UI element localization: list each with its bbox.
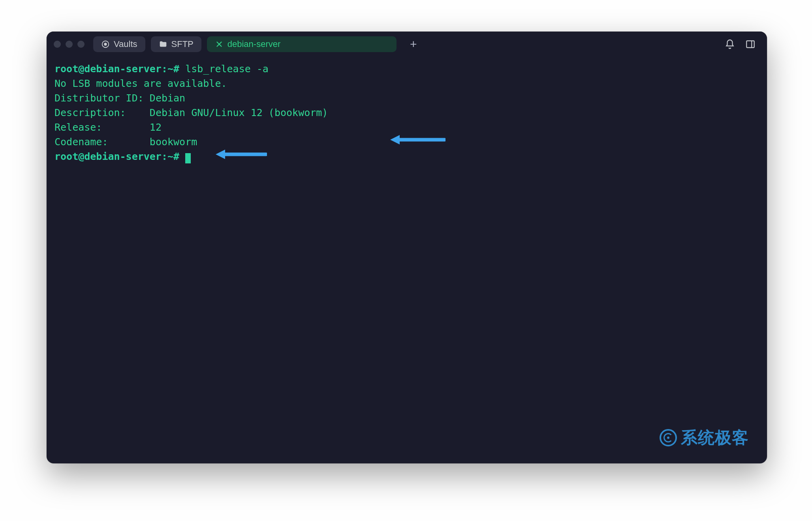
close-icon[interactable] <box>215 40 224 49</box>
titlebar: Vaults SFTP debian-server + <box>47 32 767 57</box>
tab-label: debian-server <box>227 39 281 49</box>
output-description-value: Debian GNU/Linux 12 (bookworm) <box>150 107 328 118</box>
output-codename-label: Codename: <box>55 136 108 148</box>
traffic-lights <box>54 41 85 48</box>
terminal-window: Vaults SFTP debian-server + <box>47 32 767 463</box>
output-line: No LSB modules are available. <box>55 78 227 89</box>
prompt-symbol: # <box>173 63 179 75</box>
svg-marker-9 <box>216 150 225 159</box>
maximize-dot[interactable] <box>77 41 85 48</box>
command-text: lsb_release -a <box>185 63 269 75</box>
annotation-arrow-icon <box>390 105 445 175</box>
output-release-label: Release: <box>55 122 102 133</box>
output-distributor-label: Distributor ID: <box>55 92 144 104</box>
panel-icon[interactable] <box>745 39 756 50</box>
prompt-user: root@debian-server <box>55 151 162 162</box>
bell-icon[interactable] <box>724 39 735 50</box>
tab-sftp[interactable]: SFTP <box>151 36 201 52</box>
svg-rect-4 <box>746 41 754 47</box>
vaults-icon <box>101 40 110 49</box>
watermark-logo-icon <box>660 429 677 446</box>
prompt-path: ~ <box>167 151 173 162</box>
output-description-label: Description: <box>55 107 126 118</box>
watermark: 系统极客 <box>660 425 749 450</box>
svg-marker-7 <box>390 135 400 144</box>
terminal-output[interactable]: root@debian-server:~# lsb_release -a No … <box>47 57 767 463</box>
close-dot[interactable] <box>54 41 61 48</box>
prompt-path: ~ <box>167 63 173 75</box>
output-distributor-value: Debian <box>150 92 185 104</box>
tab-label: SFTP <box>171 39 194 49</box>
cursor <box>185 153 191 163</box>
output-codename-value: bookworm <box>150 136 197 148</box>
folder-icon <box>159 40 167 49</box>
prompt-symbol: # <box>173 151 179 162</box>
minimize-dot[interactable] <box>66 41 73 48</box>
tab-vaults[interactable]: Vaults <box>93 36 145 52</box>
tab-label: Vaults <box>114 39 137 49</box>
new-tab-button[interactable]: + <box>406 37 421 52</box>
output-release-value: 12 <box>150 122 162 133</box>
tab-active-terminal[interactable]: debian-server <box>207 36 397 52</box>
prompt-sep: : <box>162 151 167 162</box>
prompt-sep: : <box>162 63 167 75</box>
annotation-arrow-icon <box>216 119 267 189</box>
watermark-text: 系统极客 <box>681 425 749 450</box>
prompt-user: root@debian-server <box>55 63 162 75</box>
svg-point-1 <box>104 43 107 45</box>
